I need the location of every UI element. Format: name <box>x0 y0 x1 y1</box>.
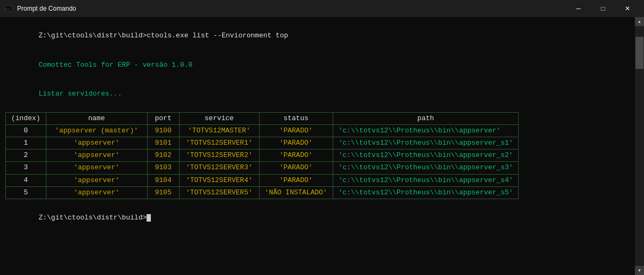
cell-name: 'appserver' <box>46 137 147 150</box>
close-button[interactable]: ✕ <box>615 0 640 17</box>
info-text-1: Comottec Tools for ERP - versão 1.0.0 <box>38 61 192 69</box>
cell-service: 'TOTVS12SERVER2' <box>179 150 259 162</box>
col-header-index: (index) <box>6 112 46 124</box>
terminal[interactable]: Z:\git\ctools\distr\build>ctools.exe lis… <box>0 17 635 275</box>
cell-port: 9102 <box>147 150 179 162</box>
scrollbar: ▲ ▼ <box>635 17 644 275</box>
titlebar-left: C:\ Prompt de Comando <box>4 4 76 13</box>
cell-port: 9101 <box>147 137 179 150</box>
cell-index: 3 <box>6 162 46 174</box>
cmd-icon: C:\ <box>4 4 13 13</box>
cell-status: 'PARADO' <box>259 162 333 174</box>
cell-name: 'appserver' <box>46 186 147 199</box>
info-line-1: Comottec Tools for ERP - versão 1.0.0 <box>5 51 630 80</box>
content-area: Z:\git\ctools\distr\build>ctools.exe lis… <box>0 17 644 275</box>
col-header-path: path <box>333 112 519 124</box>
cell-name: 'appserver (master)' <box>46 124 147 137</box>
prompt-text: Z:\git\ctools\distr\build> <box>38 214 147 222</box>
col-header-status: status <box>259 112 333 124</box>
table-row: 2 'appserver' 9102 'TOTVS12SERVER2' 'PAR… <box>6 150 519 162</box>
col-header-service: service <box>179 112 259 124</box>
cell-status: 'NÃO INSTALADO' <box>259 186 333 199</box>
cell-path: 'c:\\totvs12\\Protheus\\bin\\appserver_s… <box>333 174 519 186</box>
cell-service: 'TOTVS12SERVER5' <box>179 186 259 199</box>
output-table: (index) name port service status path 0 … <box>5 112 519 199</box>
cell-path: 'c:\\totvs12\\Protheus\\bin\\appserver_s… <box>333 150 519 162</box>
table-row: 3 'appserver' 9103 'TOTVS12SERVER3' 'PAR… <box>6 162 519 174</box>
cell-name: 'appserver' <box>46 162 147 174</box>
cell-path: 'c:\\totvs12\\Protheus\\bin\\appserver_s… <box>333 186 519 199</box>
cell-path: 'c:\\totvs12\\Protheus\\bin\\appserver_s… <box>333 137 519 150</box>
cell-status: 'PARADO' <box>259 137 333 150</box>
table-row: 4 'appserver' 9104 'TOTVS12SERVER4' 'PAR… <box>6 174 519 186</box>
cell-index: 1 <box>6 137 46 150</box>
cell-status: 'PARADO' <box>259 174 333 186</box>
table-header-row: (index) name port service status path <box>6 112 519 124</box>
command-text: Z:\git\ctools\distr\build>ctools.exe lis… <box>38 32 288 40</box>
scroll-down-arrow[interactable]: ▼ <box>635 266 644 275</box>
table-row: 5 'appserver' 9105 'TOTVS12SERVER5' 'NÃO… <box>6 186 519 199</box>
cell-status: 'PARADO' <box>259 124 333 137</box>
titlebar-title: Prompt de Comando <box>17 5 76 12</box>
cursor <box>147 214 151 222</box>
window: C:\ Prompt de Comando ─ □ ✕ Z:\git\ctool… <box>0 0 644 275</box>
table-body: 0 'appserver (master)' 9100 'TOTVS12MAST… <box>6 124 519 199</box>
cell-name: 'appserver' <box>46 174 147 186</box>
cell-service: 'TOTVS12SERVER4' <box>179 174 259 186</box>
cell-port: 9100 <box>147 124 179 137</box>
minimize-button[interactable]: ─ <box>566 0 591 17</box>
cell-service: 'TOTVS12SERVER3' <box>179 162 259 174</box>
cell-port: 9105 <box>147 186 179 199</box>
table-row: 1 'appserver' 9101 'TOTVS12SERVER1' 'PAR… <box>6 137 519 150</box>
cell-port: 9103 <box>147 162 179 174</box>
cell-index: 2 <box>6 150 46 162</box>
prompt-line: Z:\git\ctools\distr\build> <box>5 203 630 233</box>
cell-index: 0 <box>6 124 46 137</box>
titlebar-controls: ─ □ ✕ <box>566 0 640 17</box>
cell-port: 9104 <box>147 174 179 186</box>
cell-status: 'PARADO' <box>259 150 333 162</box>
info-line-2: Listar servidores... <box>5 80 630 109</box>
maximize-button[interactable]: □ <box>591 0 615 17</box>
cell-service: 'TOTVS12MASTER' <box>179 124 259 137</box>
cell-path: 'c:\\totvs12\\Protheus\\bin\\appserver_s… <box>333 162 519 174</box>
scroll-up-arrow[interactable]: ▲ <box>635 17 644 26</box>
col-header-port: port <box>147 112 179 124</box>
command-line: Z:\git\ctools\distr\build>ctools.exe lis… <box>5 21 630 51</box>
titlebar: C:\ Prompt de Comando ─ □ ✕ <box>0 0 644 17</box>
col-header-name: name <box>46 112 147 124</box>
cell-service: 'TOTVS12SERVER1' <box>179 137 259 150</box>
output-table-container: (index) name port service status path 0 … <box>5 112 630 199</box>
svg-text:C:\: C:\ <box>5 7 10 11</box>
info-text-2: Listar servidores... <box>38 90 122 98</box>
cell-index: 4 <box>6 174 46 186</box>
table-row: 0 'appserver (master)' 9100 'TOTVS12MAST… <box>6 124 519 137</box>
cell-name: 'appserver' <box>46 150 147 162</box>
scrollbar-thumb[interactable] <box>635 37 643 69</box>
cell-path: 'c:\\totvs12\\Protheus\\bin\\appserver' <box>333 124 519 137</box>
cell-index: 5 <box>6 186 46 199</box>
